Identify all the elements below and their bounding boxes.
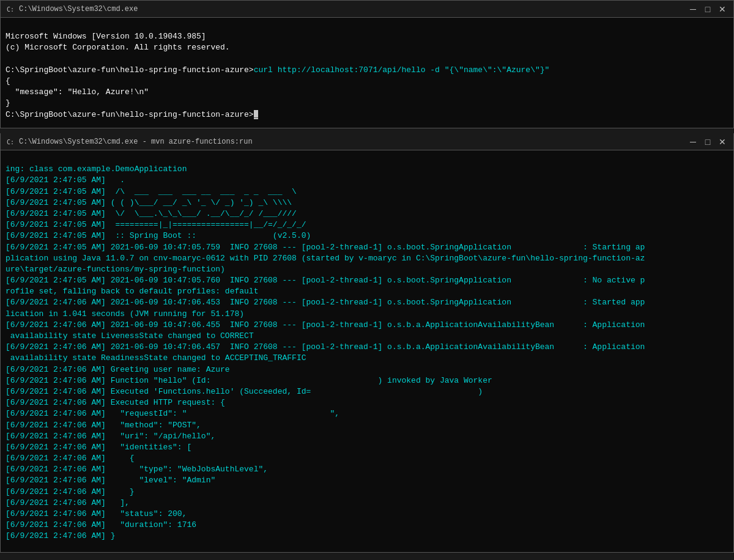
terminal-output-2[interactable]: ing: class com.example.DemoApplication [… [1,150,733,552]
cmd-icon-2: C: [6,137,15,147]
line-4: { [6,76,10,86]
demo-app-line: ing: class com.example.DemoApplication [6,164,187,174]
uri-line: [6/9/2021 2:47:06 AM] "uri": "/api/hello… [6,432,215,441]
titlebar-1: C: C:\Windows\System32\cmd.exe ─ □ ✕ [1,1,733,18]
spring-boot-version: [6/9/2021 2:47:05 AM] :: Spring Boot :: … [6,231,311,240]
minimize-btn-2[interactable]: ─ [687,136,699,148]
line-7: C:\SpringBoot\azure-fun\hello-spring-fun… [6,110,258,119]
svg-text:C:: C: [7,139,14,146]
spring-ascii-1: [6/9/2021 2:47:05 AM] /\ ___ ___ ___ __ … [6,187,297,196]
array-close: [6/9/2021 2:47:06 AM] ], [6,498,130,507]
status-line: [6/9/2021 2:47:06 AM] "status": 200, [6,509,187,518]
executed-http-line1: [6/9/2021 2:47:06 AM] Executed HTTP requ… [6,398,225,407]
identities-open: [6/9/2021 2:47:06 AM] { [6,454,135,463]
identities-close: [6/9/2021 2:47:06 AM] } [6,487,135,496]
maximize-btn-2[interactable]: □ [702,136,714,148]
window-controls-2: ─ □ ✕ [687,136,728,148]
starting-app-line1: [6/9/2021 2:47:05 AM] 2021-06-09 10:47:0… [6,243,645,252]
started-app-line2: lication in 1.041 seconds (JVM running f… [6,309,244,319]
terminal-output-1[interactable]: Microsoft Windows [Version 10.0.19043.98… [1,18,733,128]
availability-line4: availability state ReadinessState change… [6,353,306,363]
no-active-line2: rofile set, falling back to default prof… [6,287,258,296]
level-line: [6/9/2021 2:47:06 AM] "level": "Admin" [6,476,215,485]
greeting-line: [6/9/2021 2:47:06 AM] Greeting user name… [6,365,230,374]
svg-text:C:: C: [7,6,14,13]
availability-line3: [6/9/2021 2:47:06 AM] 2021-06-09 10:47:0… [6,342,645,352]
spring-ascii-4: [6/9/2021 2:47:05 AM] =========|_|======… [6,220,306,229]
window-title-2: C:\Windows\System32\cmd.exe - mvn azure-… [19,138,687,146]
close-btn-2[interactable]: ✕ [716,136,728,148]
starting-app-line3: ure\target/azure-functions/my-spring-fun… [6,265,225,274]
availability-line1: [6/9/2021 2:47:06 AM] 2021-06-09 10:47:0… [6,320,645,330]
closing-brace: [6/9/2021 2:47:06 AM] } [6,531,115,540]
spring-ascii-3: [6/9/2021 2:47:05 AM] \/ \___.\_\_\___/ … [6,209,297,218]
method-line: [6/9/2021 2:47:06 AM] "method": "POST", [6,421,201,430]
duration-line: [6/9/2021 2:47:06 AM] "duration": 1716 [6,520,196,529]
close-btn-1[interactable]: ✕ [716,3,728,15]
no-active-line1: [6/9/2021 2:47:05 AM] 2021-06-09 10:47:0… [6,276,645,285]
spring-ascii-2: [6/9/2021 2:47:05 AM] ( ( )\___/ __/ _\ … [6,198,292,207]
cmd-window-1: C: C:\Windows\System32\cmd.exe ─ □ ✕ Mic… [0,0,734,128]
type-line: [6/9/2021 2:47:06 AM] "type": "WebJobsAu… [6,465,268,474]
executed-functions-line: [6/9/2021 2:47:06 AM] Executed 'Function… [6,387,483,396]
identities-line: [6/9/2021 2:47:06 AM] "identities": [ [6,443,191,452]
minimize-btn-1[interactable]: ─ [687,3,699,15]
spring-boot-dot: [6/9/2021 2:47:05 AM] . [6,175,125,185]
availability-line2: availability state LivenessState changed… [6,331,254,341]
line-5: "message": "Hello, Azure!\n" [6,87,149,97]
cmd-icon-1: C: [6,4,15,14]
cmd-window-2: C: C:\Windows\System32\cmd.exe - mvn azu… [0,133,734,553]
line-6: } [6,98,10,108]
window-title-1: C:\Windows\System32\cmd.exe [19,5,687,13]
titlebar-2: C: C:\Windows\System32\cmd.exe - mvn azu… [1,133,733,150]
maximize-btn-1[interactable]: □ [702,3,714,15]
started-app-line1: [6/9/2021 2:47:06 AM] 2021-06-09 10:47:0… [6,298,645,307]
line-1: Microsoft Windows [Version 10.0.19043.98… [6,32,206,41]
line-3: C:\SpringBoot\azure-fun\hello-spring-fun… [6,65,549,75]
line-2: (c) Microsoft Corporation. All rights re… [6,43,230,52]
function-invoked-line: [6/9/2021 2:47:06 AM] Function "hello" (… [6,376,492,385]
request-id-line: [6/9/2021 2:47:06 AM] "requestId": " ", [6,409,339,418]
window-controls-1: ─ □ ✕ [687,3,728,15]
starting-app-line2: plication using Java 11.0.7 on cnv-moary… [6,254,645,263]
